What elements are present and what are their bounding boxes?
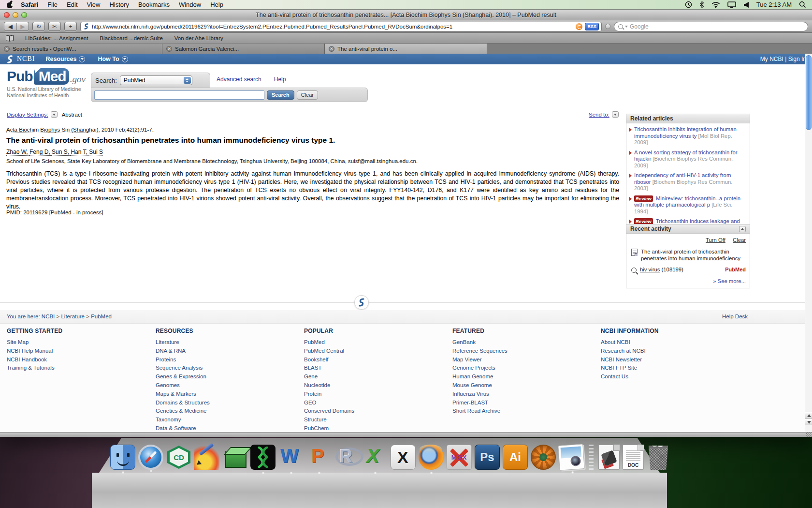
footer-link[interactable]: Primer-BLAST xyxy=(452,399,593,407)
footer-link[interactable]: NCBI Help Manual xyxy=(7,347,147,356)
firefox-icon[interactable] xyxy=(419,445,444,470)
trash-icon[interactable] xyxy=(647,445,670,470)
clear-button[interactable]: Clear xyxy=(297,90,318,100)
dna-sequence-app-icon[interactable] xyxy=(250,445,276,470)
menu-window[interactable]: Window xyxy=(179,1,201,8)
close-window-button[interactable] xyxy=(4,12,10,18)
chem3d-cube-icon[interactable] xyxy=(222,445,247,470)
footer-link[interactable]: Gene xyxy=(304,373,444,381)
footer-link[interactable]: BLAST xyxy=(304,364,444,373)
my-ncbi-sign-in[interactable]: My NCBI | Sign In xyxy=(760,56,806,62)
bookmark-library[interactable]: Von der Ahe Library xyxy=(174,35,223,41)
author-list[interactable]: Zhao WFeng DSun SHan TSui S xyxy=(6,149,103,155)
footer-link[interactable]: Human Genome xyxy=(452,373,593,381)
footer-link[interactable]: Site Map xyxy=(7,338,147,347)
menu-view[interactable]: View xyxy=(87,1,101,8)
zip-document-icon[interactable] xyxy=(598,445,620,470)
safari-icon[interactable] xyxy=(138,445,163,470)
see-more-link[interactable]: » See more... xyxy=(713,278,746,284)
footer-link[interactable]: About NCBI xyxy=(601,338,741,347)
powerpoint-icon[interactable]: P xyxy=(306,445,332,470)
r-project-icon[interactable]: R xyxy=(334,445,360,470)
ncbi-logo-icon[interactable] xyxy=(6,55,14,63)
volume-icon[interactable] xyxy=(743,1,749,8)
displays-icon[interactable] xyxy=(727,1,736,8)
clear-link[interactable]: Clear xyxy=(733,237,746,243)
time-machine-icon[interactable] xyxy=(685,1,692,8)
footer-link[interactable]: GEO xyxy=(304,399,444,407)
doc-document-icon[interactable]: DOC xyxy=(623,445,644,470)
menu-help[interactable]: Help xyxy=(210,1,223,8)
footer-link[interactable]: Influenza Virus xyxy=(452,390,593,399)
scroll-down-arrow[interactable] xyxy=(805,418,812,425)
footer-link[interactable]: GenBank xyxy=(452,338,593,347)
bookmarks-book-icon[interactable] xyxy=(6,35,14,41)
footer-link[interactable]: NCBI Newsletter xyxy=(601,356,741,364)
footer-link[interactable]: Proteins xyxy=(156,356,296,364)
footer-link[interactable]: Short Read Archive xyxy=(452,407,593,416)
vertical-scrollbar[interactable] xyxy=(805,54,812,432)
menu-clock[interactable]: Tue 2:13 AM xyxy=(756,1,792,8)
resources-menu[interactable]: Resources xyxy=(45,56,85,62)
footer-link[interactable]: PubMed Central xyxy=(304,347,444,356)
footer-link[interactable]: Conserved Domains xyxy=(304,407,444,416)
crumb-ncbi[interactable]: NCBI xyxy=(42,314,61,319)
footer-link[interactable]: Taxonomy xyxy=(156,416,296,424)
tab-antiviral-protein[interactable]: ✕ The anti-viral protein o... xyxy=(325,44,487,54)
recent-activity-item[interactable]: The anti-viral protein of trichosanthin … xyxy=(626,244,750,262)
crumb-pubmed[interactable]: PubMed xyxy=(91,314,112,319)
excel-icon[interactable]: X xyxy=(362,445,388,470)
add-bookmark-button[interactable]: + xyxy=(64,22,77,31)
tab-close-icon[interactable]: ✕ xyxy=(4,46,10,52)
turn-off-link[interactable]: Turn Off xyxy=(706,237,725,243)
crumb-literature[interactable]: Literature xyxy=(61,314,91,319)
search-engine-chevron-icon[interactable] xyxy=(625,26,628,28)
footer-link[interactable]: Nucleotide xyxy=(304,381,444,390)
footer-link[interactable]: Genes & Expression xyxy=(156,373,296,381)
spotlight-icon[interactable] xyxy=(799,1,806,8)
footer-link[interactable]: Contact Us xyxy=(601,373,741,381)
wifi-icon[interactable] xyxy=(711,1,720,8)
recent-activity-item[interactable]: hiv virus (108199) PubMed xyxy=(626,262,750,273)
footer-link[interactable]: Maps & Markers xyxy=(156,390,296,399)
footer-link[interactable]: Map Viewer xyxy=(452,356,593,364)
help-link[interactable]: Help xyxy=(274,76,286,83)
menu-history[interactable]: History xyxy=(109,1,129,8)
footer-link[interactable]: Bookshelf xyxy=(304,356,444,364)
footer-link[interactable]: Sequence Analysis xyxy=(156,364,296,373)
fractal-molecule-icon[interactable] xyxy=(531,445,556,470)
display-settings-link[interactable]: Display Settings: xyxy=(7,112,48,118)
back-button[interactable]: ◀ xyxy=(4,23,16,30)
footer-link[interactable]: Structure xyxy=(304,416,444,424)
display-settings-chevron-icon[interactable] xyxy=(51,111,58,118)
footer-link[interactable]: Protein xyxy=(304,390,444,399)
bluetooth-icon[interactable] xyxy=(699,1,704,8)
address-bar[interactable]: RSS xyxy=(80,22,602,31)
footer-link[interactable]: Data & Software xyxy=(156,424,296,432)
finder-icon[interactable] xyxy=(110,445,135,470)
footer-link[interactable]: DNA & RNA xyxy=(156,347,296,356)
rss-badge[interactable]: RSS xyxy=(585,23,599,30)
zoom-window-button[interactable] xyxy=(21,12,27,18)
footer-link[interactable]: Genomes xyxy=(156,381,296,390)
help-desk-link[interactable]: Help Desk xyxy=(722,314,748,319)
menu-bookmarks[interactable]: Bookmarks xyxy=(138,1,170,8)
snapback-icon[interactable] xyxy=(576,23,582,30)
footer-link[interactable]: Training & Tutorials xyxy=(7,364,147,373)
footer-link[interactable]: Research at NCBI xyxy=(601,347,741,356)
apple-menu-icon[interactable] xyxy=(7,1,13,8)
footer-link[interactable]: Literature xyxy=(156,338,296,347)
tab-search-results[interactable]: ✕ Search results - OpenW... xyxy=(0,44,162,54)
send-to-chevron-icon[interactable] xyxy=(612,111,619,118)
menu-edit[interactable]: Edit xyxy=(67,1,77,8)
hiv-virus-link[interactable]: hiv virus xyxy=(640,267,660,272)
chemdraw-icon[interactable]: CD xyxy=(166,445,191,470)
bookmark-blackboard[interactable]: Blackboard ...demic Suite xyxy=(100,35,162,41)
database-select[interactable]: PubMed xyxy=(120,75,192,85)
send-to-link[interactable]: Send to: xyxy=(589,112,609,118)
word-icon[interactable]: W xyxy=(278,445,304,470)
advanced-search-link[interactable]: Advanced search xyxy=(217,76,261,83)
forward-button[interactable]: ▶ xyxy=(16,23,29,30)
footer-link[interactable]: Domains & Structures xyxy=(156,399,296,407)
pubmed-logo[interactable]: Pub Med .gov U.S. National Library of Me… xyxy=(7,68,86,99)
